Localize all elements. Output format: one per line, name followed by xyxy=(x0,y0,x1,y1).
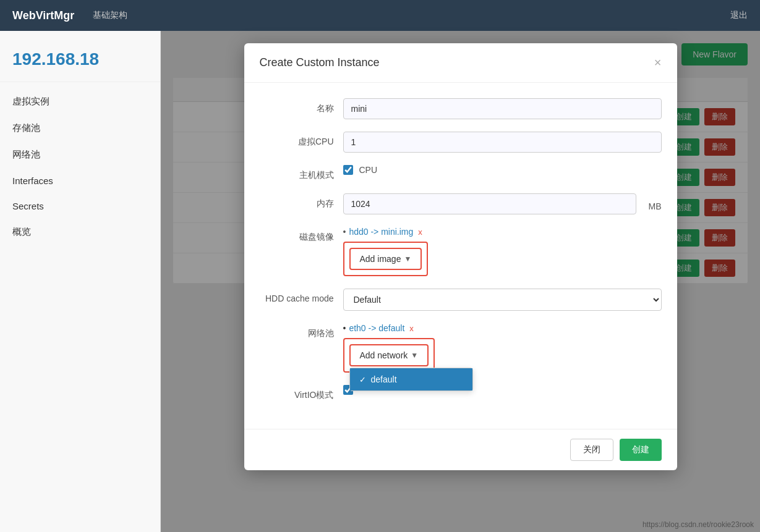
sidebar-item-network[interactable]: 网络池 xyxy=(0,141,160,168)
sidebar-item-secrets[interactable]: Secrets xyxy=(0,193,160,219)
disk-control: • hdd0 -> mini.img x Add image ▼ xyxy=(343,227,662,276)
cpu-control xyxy=(343,132,662,153)
name-label: 名称 xyxy=(260,98,334,114)
modal-footer: 关闭 创建 xyxy=(244,429,677,470)
form-row-hdd-cache: HDD cache mode Default none writethrough… xyxy=(260,289,662,311)
memory-control: MB xyxy=(343,193,662,214)
host-mode-label: 主机模式 xyxy=(260,165,334,181)
cpu-input[interactable] xyxy=(343,132,662,153)
main-layout: 192.168.18 虚拟实例 存储池 网络池 Interfaces Secre… xyxy=(0,31,760,532)
sidebar-ip: 192.168.18 xyxy=(0,43,160,82)
add-image-caret-icon: ▼ xyxy=(404,255,411,263)
form-row-network: 网络池 • eth0 -> default x Add network xyxy=(260,323,662,373)
hdd-cache-select[interactable]: Default none writethrough writeback dire… xyxy=(343,289,662,311)
name-control xyxy=(343,98,662,119)
sidebar: 192.168.18 虚拟实例 存储池 网络池 Interfaces Secre… xyxy=(0,31,161,532)
network-item: • eth0 -> default x xyxy=(343,323,662,333)
modal-title: Create Custom Instance xyxy=(260,56,380,69)
sidebar-item-overview[interactable]: 概览 xyxy=(0,219,160,245)
navbar-brand: WebVirtMgr xyxy=(12,9,74,22)
modal-body: 名称 虚拟CPU 主机模式 xyxy=(244,83,677,429)
hdd-cache-label: HDD cache mode xyxy=(260,289,334,303)
network-dropdown-popup: ✓ default xyxy=(349,368,473,391)
network-remove-button[interactable]: x xyxy=(409,324,414,333)
memory-label: 内存 xyxy=(260,193,334,209)
modal-create-btn[interactable]: 创建 xyxy=(620,439,662,461)
form-row-name: 名称 xyxy=(260,98,662,119)
form-row-disk: 磁盘镜像 • hdd0 -> mini.img x Add image xyxy=(260,227,662,276)
navbar-logout[interactable]: 退出 xyxy=(730,10,748,21)
disk-item: • hdd0 -> mini.img x xyxy=(343,227,662,237)
navbar: WebVirtMgr 基础架构 退出 xyxy=(0,0,760,31)
sidebar-item-interfaces[interactable]: Interfaces xyxy=(0,168,160,193)
disk-label: 磁盘镜像 xyxy=(260,227,334,243)
host-mode-checkbox[interactable] xyxy=(343,165,353,175)
add-network-button[interactable]: Add network ▼ xyxy=(349,344,429,366)
network-item-text: eth0 -> default xyxy=(349,323,404,333)
create-instance-modal: Create Custom Instance × 名称 虚拟CPU xyxy=(244,43,677,470)
form-row-memory: 内存 MB xyxy=(260,193,662,214)
add-network-wrapper: Add network ▼ ✓ default xyxy=(343,338,435,373)
disk-remove-button[interactable]: x xyxy=(418,227,422,237)
form-row-host-mode: 主机模式 CPU xyxy=(260,165,662,181)
host-mode-control: CPU xyxy=(343,165,662,175)
host-mode-unit: CPU xyxy=(359,165,378,175)
modal-header: Create Custom Instance × xyxy=(244,43,677,83)
hdd-cache-control: Default none writethrough writeback dire… xyxy=(343,289,662,311)
modal-overlay: Create Custom Instance × 名称 虚拟CPU xyxy=(161,31,760,532)
navbar-left: WebVirtMgr 基础架构 xyxy=(12,9,127,22)
network-option-default[interactable]: ✓ default xyxy=(350,368,472,391)
disk-item-text: hdd0 -> mini.img xyxy=(349,227,413,237)
network-control: • eth0 -> default x Add network ▼ xyxy=(343,323,662,373)
add-image-wrapper: Add image ▼ xyxy=(343,242,429,276)
cpu-label: 虚拟CPU xyxy=(260,132,334,148)
modal-close-button[interactable]: × xyxy=(654,56,662,70)
check-icon: ✓ xyxy=(359,375,366,384)
network-label: 网络池 xyxy=(260,323,334,339)
add-image-dropdown: Add image ▼ xyxy=(349,248,422,270)
sidebar-item-storage[interactable]: 存储池 xyxy=(0,115,160,141)
form-row-cpu: 虚拟CPU xyxy=(260,132,662,153)
modal-close-btn[interactable]: 关闭 xyxy=(570,439,613,461)
add-image-button[interactable]: Add image ▼ xyxy=(349,248,422,270)
name-input[interactable] xyxy=(343,98,662,119)
virtio-label: VirtIO模式 xyxy=(260,385,334,401)
add-network-caret-icon: ▼ xyxy=(411,351,418,360)
navbar-link[interactable]: 基础架构 xyxy=(93,10,127,21)
add-network-dropdown-wrapper: Add network ▼ ✓ default xyxy=(349,344,429,366)
memory-unit: MB xyxy=(649,196,662,211)
content-area: New Instance New Flavor 执行 创建 删除 创建 删除 xyxy=(161,31,760,532)
sidebar-item-vms[interactable]: 虚拟实例 xyxy=(0,88,160,115)
memory-input[interactable] xyxy=(343,193,636,214)
